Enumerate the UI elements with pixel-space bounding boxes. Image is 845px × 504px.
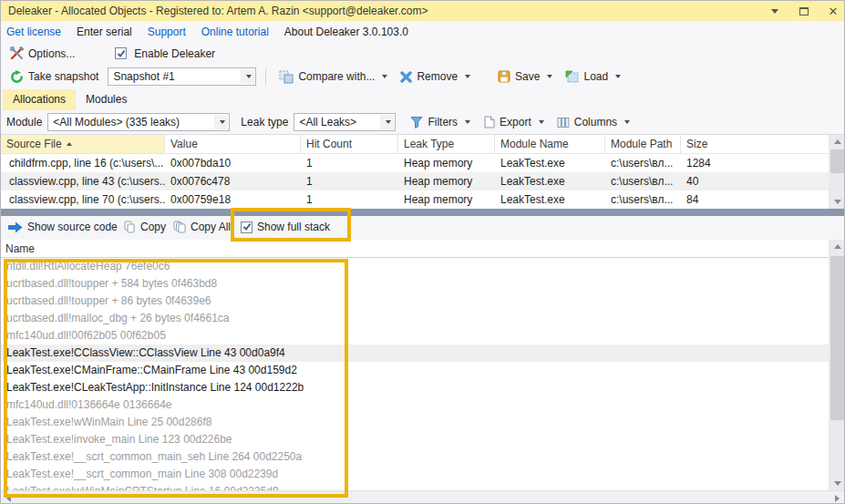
table-row[interactable]: classview.cpp, line 43 (c:\users... 0x00… — [1, 172, 829, 190]
module-label: Module — [6, 116, 42, 129]
show-source-code-button[interactable]: Show source code — [5, 219, 121, 235]
column-header-leak-type[interactable]: Leak Type — [398, 135, 495, 153]
snapshot-combobox-arrow-icon[interactable] — [241, 69, 254, 84]
scroll-down-icon[interactable] — [829, 195, 845, 209]
options-bar: Options... Enable Deleaker — [1, 42, 845, 65]
table-row[interactable]: childfrm.cpp, line 16 (c:\users\... 0x00… — [1, 154, 829, 172]
show-full-stack-toggle[interactable]: Show full stack — [237, 219, 334, 235]
get-license-link[interactable]: Get license — [6, 26, 61, 38]
window-title: Deleaker - Allocated Objects - Registere… — [8, 5, 428, 17]
scroll-up-icon[interactable] — [829, 135, 845, 149]
allocations-table-header: Source File Value Hit Count Leak Type Mo… — [1, 135, 829, 154]
leak-type-combobox[interactable]: <All Leaks> — [294, 113, 396, 131]
stack-frame[interactable]: LeakTest.exe!CMainFrame::CMainFrame Line… — [1, 362, 829, 379]
scroll-down-icon[interactable] — [829, 477, 845, 490]
columns-button[interactable]: Columns — [553, 114, 634, 130]
module-combobox[interactable]: <All Modules> (335 leaks) — [47, 113, 230, 131]
save-button[interactable]: Save — [494, 68, 556, 85]
online-tutorial-link[interactable]: Online tutorial — [201, 26, 269, 38]
show-full-stack-checkbox[interactable] — [241, 221, 252, 233]
remove-dropdown-icon[interactable] — [465, 75, 470, 78]
compare-with-dropdown-icon[interactable] — [382, 75, 387, 78]
table-scrollbar-thumb[interactable] — [830, 149, 844, 173]
stack-frame[interactable]: mfc140ud.dll!00f62b05 00f62b05 — [1, 327, 829, 345]
stack-frame[interactable]: ucrtbased.dll!toupper + 584 bytes 0f463b… — [1, 275, 829, 293]
window-menu-icon[interactable] — [768, 4, 782, 18]
options-label: Options... — [28, 47, 75, 60]
enter-serial-link[interactable]: Enter serial — [77, 26, 132, 38]
maximize-icon[interactable] — [797, 4, 811, 18]
stack-frame[interactable]: mfc140ud.dll!0136664e 0136664e — [1, 396, 829, 414]
take-snapshot-button[interactable]: Take snapshot — [6, 68, 102, 86]
stack-frame[interactable]: LeakTest.exe!__scrt_common_main_seh Line… — [1, 448, 829, 466]
scroll-up-icon[interactable] — [829, 240, 845, 253]
remove-button[interactable]: Remove — [397, 68, 474, 85]
stack-scrollbar[interactable] — [829, 240, 845, 490]
column-header-module-name[interactable]: Module Name — [495, 135, 605, 153]
compare-with-button[interactable]: Compare with... — [275, 68, 391, 86]
stack-frame[interactable]: LeakTest.exe!__scrt_common_main Line 308… — [1, 466, 829, 483]
stack-frame[interactable]: LeakTest.exe!CLeakTestApp::InitInstance … — [1, 379, 829, 396]
leak-type-combobox-arrow-icon[interactable] — [380, 115, 394, 129]
deleaker-window: Deleaker - Allocated Objects - Registere… — [0, 0, 845, 504]
panel-splitter[interactable] — [1, 209, 845, 216]
load-label: Load — [583, 70, 608, 83]
tab-modules[interactable]: Modules — [76, 89, 137, 110]
refresh-icon — [10, 70, 24, 84]
load-button[interactable]: Load — [562, 68, 624, 85]
module-combobox-arrow-icon[interactable] — [214, 115, 228, 129]
stack-name-column-header[interactable]: Name — [1, 240, 829, 258]
columns-icon — [557, 117, 570, 129]
stack-frame[interactable]: ntdll.dll!RtlAllocateHeap 76efe0c6 — [1, 258, 829, 275]
funnel-icon — [410, 116, 423, 129]
horizontal-scrollbar[interactable] — [1, 490, 845, 504]
enable-deleaker-label: Enable Deleaker — [134, 47, 215, 60]
column-header-value[interactable]: Value — [165, 135, 301, 153]
stack-frame[interactable]: LeakTest.exe!invoke_main Line 123 00d226… — [1, 431, 829, 448]
stack-frame[interactable]: LeakTest.exe!CClassView::CClassView Line… — [1, 345, 829, 362]
about-link[interactable]: About Deleaker 3.0.103.0 — [284, 26, 408, 38]
stack-frame[interactable]: LeakTest.exe!wWinMain Line 25 00d286f8 — [1, 414, 829, 431]
options-button[interactable]: Options... — [6, 45, 78, 62]
tools-icon — [10, 46, 24, 60]
leak-type-combobox-value: <All Leaks> — [299, 116, 356, 129]
leak-type-label: Leak type — [241, 116, 288, 129]
column-header-source-file[interactable]: Source File — [1, 135, 165, 153]
stack-frame[interactable]: LeakTest.exe!wWinMainCRTStartup Line 16 … — [1, 483, 829, 490]
close-icon[interactable]: ✕ — [826, 4, 840, 18]
filters-label: Filters — [428, 116, 458, 129]
stack-frame[interactable]: ucrtbased.dll!toupper + 86 bytes 0f4639e… — [1, 293, 829, 310]
snapshot-combobox[interactable]: Snapshot #1 — [108, 67, 256, 86]
scroll-left-icon[interactable] — [1, 491, 15, 504]
tab-allocations[interactable]: Allocations — [3, 89, 76, 110]
export-page-icon — [483, 116, 495, 129]
filter-bar: Module <All Modules> (335 leaks) Leak ty… — [1, 110, 845, 135]
copy-all-button[interactable]: Copy All — [170, 219, 234, 235]
stack-toolbar: Show source code Copy Copy All — [1, 216, 845, 240]
filters-dropdown-icon[interactable] — [465, 120, 470, 124]
support-link[interactable]: Support — [148, 26, 186, 38]
table-scrollbar[interactable] — [829, 135, 845, 209]
show-full-stack-label: Show full stack — [257, 221, 330, 233]
export-button[interactable]: Export — [479, 114, 548, 130]
load-dropdown-icon[interactable] — [615, 75, 621, 78]
column-header-module-path[interactable]: Module Path — [605, 135, 681, 153]
save-dropdown-icon[interactable] — [547, 75, 552, 78]
module-combobox-value: <All Modules> (335 leaks) — [53, 116, 180, 129]
sort-ascending-icon — [67, 142, 72, 146]
filters-button[interactable]: Filters — [407, 114, 474, 130]
copy-button[interactable]: Copy — [119, 219, 170, 235]
scroll-right-icon[interactable] — [830, 491, 844, 504]
columns-dropdown-icon[interactable] — [624, 120, 630, 124]
enable-deleaker-checkbox[interactable] — [115, 47, 127, 59]
remove-x-icon — [400, 71, 412, 83]
stack-scrollbar-thumb[interactable] — [830, 256, 844, 420]
export-dropdown-icon[interactable] — [539, 120, 544, 124]
stack-frame[interactable]: ucrtbased.dll!malloc_dbg + 26 bytes 0f46… — [1, 310, 829, 327]
stack-list: ntdll.dll!RtlAllocateHeap 76efe0c6 ucrtb… — [1, 258, 829, 490]
table-row[interactable]: classview.cpp, line 70 (c:\users... 0x00… — [1, 190, 829, 209]
compare-with-label: Compare with... — [298, 70, 375, 83]
column-header-size[interactable]: Size — [681, 135, 829, 153]
column-header-hit-count[interactable]: Hit Count — [301, 135, 398, 153]
snapshot-combobox-value: Snapshot #1 — [113, 70, 174, 83]
